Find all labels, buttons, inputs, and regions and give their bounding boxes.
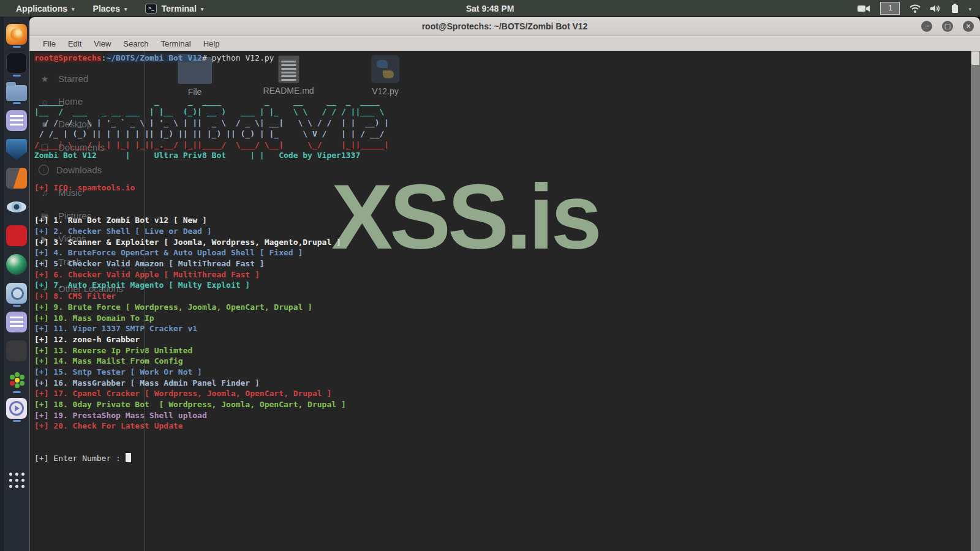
terminal-prompt-line: root@Sprotechs:~/BOTS/Zombi Bot V12# pyt… [34,53,971,64]
firefox-icon[interactable] [6,24,27,45]
menu-option-9: [+] 9. Brute Force [ Wordpress, Joomla, … [34,302,971,313]
workspace-indicator[interactable]: 1 [880,2,900,15]
applications-menu[interactable]: Applications ▾ [9,0,82,17]
files-icon[interactable] [6,85,27,101]
dock-item-opera[interactable] [4,225,29,254]
terminal-blank-line [34,74,971,85]
running-indicator [13,420,21,422]
text-editor-2-icon[interactable] [6,312,27,332]
window-title: root@Sprotechs: ~/BOTS/Zombi Bot V12 [29,21,980,31]
running-indicator [13,102,21,104]
terminal-blank-line [34,432,971,443]
terminal-window: root@Sprotechs: ~/BOTS/Zombi Bot V12 − ▢… [29,17,980,551]
top-bar-menus: Applications ▾ Places ▾ >_ Terminal ▾ [0,0,211,17]
dock-item-firefox[interactable] [4,24,29,53]
menubar-item-edit[interactable]: Edit [62,39,88,48]
sublime-text-icon[interactable] [6,340,27,361]
dock-item-icq[interactable] [4,369,29,398]
places-label: Places [93,4,120,13]
chevron-down-icon: ▾ [124,6,127,12]
terminal-blank-line [34,161,971,172]
menubar-item-view[interactable]: View [88,39,117,48]
dock-item-text-editor-2[interactable] [4,312,29,340]
show-applications-icon[interactable] [6,470,27,490]
dock-item-sublime-text[interactable] [4,340,29,369]
title-bar[interactable]: root@Sprotechs: ~/BOTS/Zombi Bot V12 − ▢… [29,17,980,36]
dock-item-globe-browser[interactable] [4,254,29,283]
menu-option-18: [+] 18. 0day Private Bot [ Wordpress, Jo… [34,399,971,410]
applications-label: Applications [16,4,67,13]
prompt-path: ~/BOTS/Zombi Bot V12 [106,53,202,62]
dock-item-metasploit[interactable] [4,139,29,168]
dock-item-text-editor[interactable] [4,110,29,139]
places-menu[interactable]: Places ▾ [86,0,135,17]
banner-tagline: Zombi Bot V12 | Ultra Priv8 Bot | | Code… [34,150,971,161]
chevron-down-icon: ▾ [72,6,75,12]
metasploit-icon[interactable] [6,139,27,160]
window-buttons: − ▢ × [921,21,980,32]
volume-icon[interactable] [930,4,941,13]
globe-browser-icon[interactable] [6,254,27,275]
web-browser-icon[interactable] [6,283,27,304]
ascii-art-row: _____ _ _ ____ _ __ __ _ ____ [34,96,971,107]
dock-item-media-player[interactable] [4,398,29,427]
terminal-blank-line [34,64,971,75]
menu-option-1: [+] 1. Run Bot Zombi Bot v12 [ New ] [34,215,971,226]
terminal-label: Terminal [161,4,196,13]
ascii-art-row: |__ / ___ _ __ ___ | |__ (_)| __ ) ___ |… [34,107,971,118]
dock-item-show-applications[interactable] [4,427,29,455]
terminal-icon: >_ [145,4,157,13]
ascii-art-row: /____| \___/ |_| |_| |_||_.__/ |_||____/… [34,140,971,151]
running-indicator [13,391,21,393]
dock-item-web-browser[interactable] [4,283,29,312]
running-indicator [13,46,21,48]
maximize-button[interactable]: ▢ [942,21,953,32]
prompt-hash: # [202,53,212,62]
system-tray: 1 ▾ [858,2,980,15]
menubar-item-file[interactable]: File [37,39,62,48]
minimize-button[interactable]: − [921,21,932,32]
ascii-art-row: / /_ | (_) || | | | | || |_) || || |_) |… [34,129,971,140]
menu-option-16: [+] 16. MassGrabber [ Mass Admin Panel F… [34,378,971,389]
top-bar: Applications ▾ Places ▾ >_ Terminal ▾ Sa… [0,0,980,17]
terminal-blank-line [34,443,971,454]
menu-option-2: [+] 2. Checker Shell [ Live or Dead ] [34,226,971,237]
icq-icon[interactable] [6,369,27,390]
menu-option-4: [+] 4. BruteForce OpenCart & Auto Upload… [34,247,971,258]
close-button[interactable]: × [963,21,974,32]
menu-bar: FileEditViewSearchTerminalHelp [29,36,980,51]
dock-item-burpsuite[interactable] [4,168,29,197]
menubar-item-help[interactable]: Help [197,39,226,48]
dock-item-terminal[interactable] [4,53,29,81]
icq-line: [+] ICQ: spamtools.io [34,182,971,193]
dock [0,17,29,551]
menu-option-13: [+] 13. Reverse Ip Priv8 Unlimted [34,345,971,356]
camera-icon[interactable] [858,4,870,13]
ettercap-icon[interactable] [6,197,27,217]
text-cursor[interactable] [126,453,131,462]
burpsuite-icon[interactable] [6,168,27,189]
battery-icon[interactable] [951,4,959,13]
dock-item-ettercap[interactable] [4,197,29,225]
terminal-content[interactable]: ★Starred⌂Home■Desktop❏Documents↓Download… [29,51,980,551]
opera-icon[interactable] [6,225,27,246]
text-editor-icon[interactable] [6,110,27,131]
terminal-blank-line [34,204,971,216]
menubar-item-search[interactable]: Search [117,39,154,48]
chevron-down-icon[interactable]: ▾ [968,6,971,12]
media-player-icon[interactable] [6,398,27,419]
menu-option-17: [+] 17. Cpanel Cracker [ Wordpress, Joom… [34,388,971,399]
running-indicator [13,75,21,77]
scrollbar[interactable] [971,51,980,551]
terminal-blank-line [34,193,971,204]
terminal-text: root@Sprotechs:~/BOTS/Zombi Bot V12# pyt… [30,51,971,551]
menu-option-10: [+] 10. Mass Domain To Ip [34,313,971,324]
wifi-icon[interactable] [910,4,921,13]
ascii-art-row: / / / _ \ | '_ ` _ \ | '_ \ | || _ \ / _… [34,118,971,129]
dock-item-files[interactable] [4,81,29,110]
menubar-item-terminal[interactable]: Terminal [155,39,197,48]
menu-option-5: [+] 5. Checker Valid Amazon [ MultiThrea… [34,258,971,269]
terminal-icon[interactable] [6,53,27,73]
terminal-menu[interactable]: >_ Terminal ▾ [138,0,211,17]
scrollbar-thumb[interactable] [971,51,979,65]
